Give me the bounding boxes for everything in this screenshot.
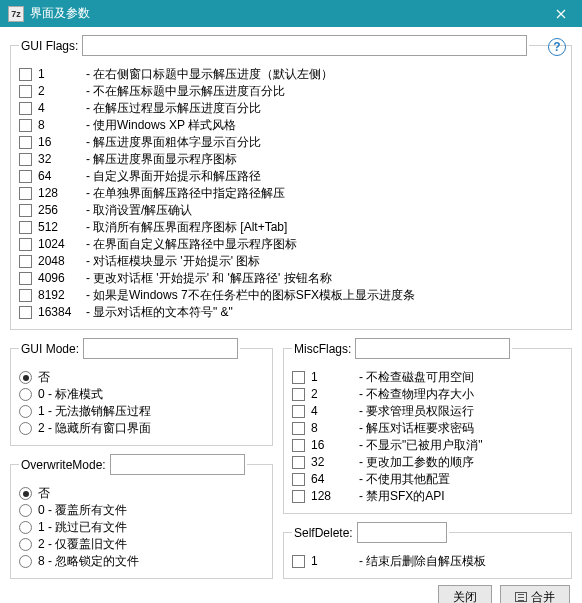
- titlebar: 7z 界面及参数: [0, 0, 582, 27]
- checkbox[interactable]: [292, 490, 305, 503]
- option-row: 32- 更改加工参数的顺序: [292, 454, 563, 471]
- option-label: 否: [38, 369, 50, 386]
- option-label: 不检查磁盘可用空间: [366, 369, 474, 386]
- checkbox[interactable]: [19, 306, 32, 319]
- miscflags-group: MiscFlags: 1- 不检查磁盘可用空间2- 不检查物理内存大小4- 要求…: [283, 338, 572, 514]
- option-label: 更改加工参数的顺序: [366, 454, 474, 471]
- option-label: 0 - 覆盖所有文件: [38, 502, 127, 519]
- option-row: 32- 解压进度界面显示程序图标: [19, 151, 563, 168]
- checkbox[interactable]: [292, 439, 305, 452]
- option-row: 1- 结束后删除自解压模板: [292, 553, 563, 570]
- option-row: 8 - 忽略锁定的文件: [19, 553, 264, 570]
- radio[interactable]: [19, 521, 32, 534]
- option-label: 取消设置/解压确认: [93, 202, 192, 219]
- radio[interactable]: [19, 371, 32, 384]
- checkbox[interactable]: [19, 153, 32, 166]
- option-label: 禁用SFX的API: [366, 488, 445, 505]
- gui-flags-label: GUI Flags:: [21, 39, 78, 53]
- option-label: 不检查物理内存大小: [366, 386, 474, 403]
- checkbox[interactable]: [292, 388, 305, 401]
- radio[interactable]: [19, 555, 32, 568]
- checkbox[interactable]: [19, 85, 32, 98]
- radio[interactable]: [19, 388, 32, 401]
- checkbox[interactable]: [19, 255, 32, 268]
- option-label: 0 - 标准模式: [38, 386, 103, 403]
- option-label: 结束后删除自解压模板: [366, 553, 486, 570]
- option-label: 解压进度界面粗体字显示百分比: [93, 134, 261, 151]
- checkbox[interactable]: [19, 136, 32, 149]
- option-row: 8- 使用Windows XP 样式风格: [19, 117, 563, 134]
- option-value: 1: [311, 369, 359, 386]
- option-value: 4: [38, 100, 86, 117]
- close-icon[interactable]: [540, 0, 582, 27]
- option-label: 不在解压标题中显示解压进度百分比: [93, 83, 285, 100]
- option-row: 4096- 更改对话框 '开始提示' 和 '解压路径' 按钮名称: [19, 270, 563, 287]
- overwrite-group: OverwriteMode: 否0 - 覆盖所有文件1 - 跳过已有文件2 - …: [10, 454, 273, 579]
- radio[interactable]: [19, 487, 32, 500]
- selfdelete-group: SelfDelete: 1- 结束后删除自解压模板: [283, 522, 572, 579]
- option-row: 2- 不在解压标题中显示解压进度百分比: [19, 83, 563, 100]
- checkbox[interactable]: [292, 473, 305, 486]
- option-row: 64- 不使用其他配置: [292, 471, 563, 488]
- overwrite-input[interactable]: [110, 454, 245, 475]
- option-label: 要求管理员权限运行: [366, 403, 474, 420]
- option-label: 1 - 跳过已有文件: [38, 519, 127, 536]
- option-label: 1 - 无法撤销解压过程: [38, 403, 151, 420]
- option-label: 在右侧窗口标题中显示解压进度（默认左侧）: [93, 66, 333, 83]
- option-row: 4- 在解压过程显示解压进度百分比: [19, 100, 563, 117]
- checkbox[interactable]: [292, 555, 305, 568]
- checkbox[interactable]: [19, 204, 32, 217]
- option-label: 不显示"已被用户取消": [366, 437, 483, 454]
- checkbox[interactable]: [19, 119, 32, 132]
- option-value: 1024: [38, 236, 86, 253]
- option-value: 16: [311, 437, 359, 454]
- checkbox[interactable]: [292, 422, 305, 435]
- option-row: 2048- 对话框模块显示 '开始提示' 图标: [19, 253, 563, 270]
- option-value: 8: [311, 420, 359, 437]
- radio[interactable]: [19, 405, 32, 418]
- option-row: 512- 取消所有解压界面程序图标 [Alt+Tab]: [19, 219, 563, 236]
- option-row: 1 - 无法撤销解压过程: [19, 403, 264, 420]
- checkbox[interactable]: [292, 371, 305, 384]
- close-button[interactable]: 关闭: [438, 585, 492, 603]
- selfdelete-input[interactable]: [357, 522, 447, 543]
- checkbox[interactable]: [19, 289, 32, 302]
- option-label: 否: [38, 485, 50, 502]
- checkbox[interactable]: [19, 187, 32, 200]
- radio[interactable]: [19, 422, 32, 435]
- checkbox[interactable]: [19, 272, 32, 285]
- checkbox[interactable]: [292, 456, 305, 469]
- option-row: 128- 在单独界面解压路径中指定路径解压: [19, 185, 563, 202]
- option-label: 2 - 隐藏所有窗口界面: [38, 420, 151, 437]
- checkbox[interactable]: [292, 405, 305, 418]
- option-label: 使用Windows XP 样式风格: [93, 117, 236, 134]
- option-label: 2 - 仅覆盖旧文件: [38, 536, 127, 553]
- gui-mode-input[interactable]: [83, 338, 238, 359]
- checkbox[interactable]: [19, 221, 32, 234]
- checkbox[interactable]: [19, 68, 32, 81]
- checkbox[interactable]: [19, 102, 32, 115]
- option-row: 0 - 覆盖所有文件: [19, 502, 264, 519]
- radio[interactable]: [19, 504, 32, 517]
- option-row: 4- 要求管理员权限运行: [292, 403, 563, 420]
- option-label: 对话框模块显示 '开始提示' 图标: [93, 253, 260, 270]
- option-value: 512: [38, 219, 86, 236]
- option-row: 16- 不显示"已被用户取消": [292, 437, 563, 454]
- merge-button-label: 合并: [531, 589, 555, 604]
- option-value: 2: [311, 386, 359, 403]
- gui-flags-input[interactable]: [82, 35, 527, 56]
- overwrite-label: OverwriteMode:: [21, 458, 106, 472]
- option-label: 解压对话框要求密码: [366, 420, 474, 437]
- option-row: 8192- 如果是Windows 7不在任务栏中的图标SFX模板上显示进度条: [19, 287, 563, 304]
- checkbox[interactable]: [19, 238, 32, 251]
- option-label: 如果是Windows 7不在任务栏中的图标SFX模板上显示进度条: [93, 287, 415, 304]
- radio[interactable]: [19, 538, 32, 551]
- gui-mode-label: GUI Mode:: [21, 342, 79, 356]
- checkbox[interactable]: [19, 170, 32, 183]
- option-row: 16384- 显示对话框的文本符号" &": [19, 304, 563, 321]
- option-row: 1024- 在界面自定义解压路径中显示程序图标: [19, 236, 563, 253]
- help-icon[interactable]: ?: [548, 38, 566, 56]
- miscflags-input[interactable]: [355, 338, 510, 359]
- option-row: 0 - 标准模式: [19, 386, 264, 403]
- merge-button[interactable]: 合并: [500, 585, 570, 603]
